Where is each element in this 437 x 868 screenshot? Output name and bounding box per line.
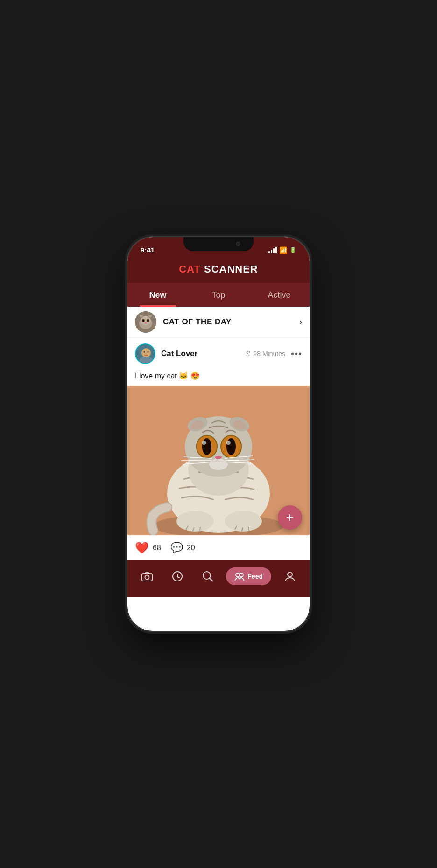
svg-point-19 [176, 511, 214, 532]
svg-line-52 [177, 577, 179, 578]
comment-action[interactable]: 💬 20 [170, 542, 195, 554]
svg-point-13 [142, 349, 150, 356]
svg-line-54 [210, 578, 212, 581]
home-indicator [190, 625, 247, 627]
phone-frame: 9:41 📶 🔋 CAT SCANNER New [127, 237, 310, 631]
svg-point-37 [202, 441, 206, 445]
svg-point-20 [225, 511, 262, 532]
signal-bars [268, 247, 277, 253]
nav-search[interactable] [196, 567, 219, 586]
svg-point-55 [236, 573, 240, 577]
status-icons: 📶 🔋 [268, 246, 296, 255]
svg-point-7 [143, 320, 144, 322]
comment-count: 20 [187, 544, 195, 552]
signal-bar-4 [275, 247, 277, 253]
tab-active[interactable]: Active [249, 283, 310, 307]
app-title-cat: CAT [179, 263, 201, 275]
post-card: Cat Lover ⏱ 28 Minutes ••• I love my cat… [127, 338, 310, 560]
svg-line-23 [200, 527, 200, 531]
post-more-button[interactable]: ••• [291, 349, 302, 359]
like-count: 68 [153, 544, 161, 552]
status-time: 9:41 [141, 246, 155, 255]
notch [183, 237, 254, 251]
clock-icon: ⏱ [245, 350, 251, 357]
nav-profile[interactable] [278, 567, 302, 586]
phone-screen: 9:41 📶 🔋 CAT SCANNER New [127, 237, 310, 631]
tab-new[interactable]: New [127, 283, 188, 307]
content-area: CAT OF THE DAY › [127, 307, 310, 560]
svg-point-9 [145, 322, 147, 324]
post-time: 28 Minutes [254, 350, 285, 357]
svg-point-14 [144, 351, 145, 353]
front-camera [236, 242, 240, 246]
svg-point-36 [226, 438, 236, 455]
nav-history[interactable] [166, 567, 189, 586]
chevron-right-icon: › [300, 318, 302, 326]
cat-of-day-avatar [135, 311, 156, 333]
signal-bar-1 [268, 251, 270, 253]
bottom-nav: Feed [127, 560, 310, 597]
post-username: Cat Lover [161, 349, 245, 358]
svg-rect-48 [142, 574, 152, 581]
like-action[interactable]: ❤️ 68 [135, 541, 161, 554]
tab-top[interactable]: Top [188, 283, 249, 307]
svg-point-57 [288, 572, 292, 577]
post-caption: I love my cat 🐱 😍 [127, 370, 310, 386]
post-time-wrapper: ⏱ 28 Minutes [245, 350, 285, 357]
post-avatar[interactable] [135, 343, 155, 364]
cat-of-day-label: CAT OF THE DAY [163, 317, 300, 327]
battery-icon: 🔋 [289, 247, 296, 253]
svg-point-35 [202, 438, 211, 455]
svg-point-56 [240, 573, 243, 577]
fab-button[interactable]: + [278, 505, 302, 530]
app-header: CAT SCANNER [127, 258, 310, 283]
post-actions: ❤️ 68 💬 20 [127, 535, 310, 560]
nav-feed[interactable]: Feed [226, 567, 271, 585]
svg-point-38 [226, 441, 231, 445]
app-title-scanner: SCANNER [201, 263, 258, 275]
post-image: + [127, 386, 310, 535]
nav-feed-label: Feed [247, 573, 263, 580]
svg-point-49 [145, 575, 149, 580]
svg-point-47 [209, 459, 228, 470]
comment-icon: 💬 [170, 542, 183, 554]
signal-bar-2 [271, 250, 272, 253]
tab-bar: New Top Active [127, 283, 310, 307]
svg-point-8 [148, 320, 149, 322]
svg-point-15 [148, 351, 149, 353]
cat-of-day-banner[interactable]: CAT OF THE DAY › [127, 307, 310, 338]
fab-plus-icon: + [286, 511, 294, 524]
heart-icon: ❤️ [135, 541, 149, 554]
post-header: Cat Lover ⏱ 28 Minutes ••• [127, 338, 310, 370]
nav-camera[interactable] [135, 567, 159, 586]
signal-bar-3 [273, 248, 275, 253]
wifi-icon: 📶 [279, 246, 287, 254]
app-title: CAT SCANNER [179, 263, 258, 275]
